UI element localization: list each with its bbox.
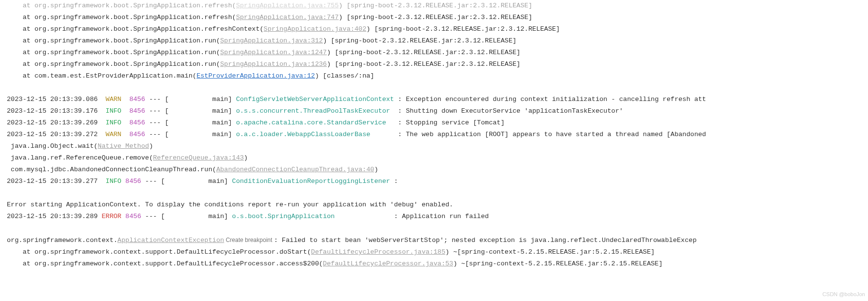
stack-frame: java.lang.Object.wait(Native Method): [7, 140, 868, 152]
log-line: 2023-12-15 20:13:39.289 ERROR 8456 --- […: [7, 211, 868, 222]
log-level: INFO: [106, 107, 121, 115]
stack-frame: at org.springframework.context.support.D…: [7, 258, 868, 270]
pid: 8456: [129, 107, 145, 115]
pid: 8456: [129, 131, 145, 138]
stack-frame: at org.springframework.context.support.D…: [7, 246, 868, 258]
pid: 8456: [125, 213, 141, 220]
pid: 8456: [129, 96, 145, 103]
logger-class: o.s.boot.SpringApplication: [232, 213, 335, 220]
stack-frame: at org.springframework.boot.SpringApplic…: [7, 12, 868, 23]
log-level: WARN: [106, 96, 121, 103]
log-line: 2023-12-15 20:13:39.272 WARN 8456 --- [ …: [7, 129, 868, 140]
error-intro: Error starting ApplicationContext. To di…: [7, 199, 868, 211]
source-link[interactable]: SpringApplication.java:1236: [220, 60, 327, 68]
pid: 8456: [129, 119, 145, 126]
source-link[interactable]: SpringApplication.java:402: [264, 25, 367, 33]
source-link[interactable]: SpringApplication.java:755: [236, 2, 339, 9]
source-link[interactable]: SpringApplication.java:1247: [220, 49, 327, 56]
stack-frame: at org.springframework.boot.SpringApplic…: [7, 47, 868, 59]
source-link[interactable]: ReferenceQueue.java:143: [153, 154, 244, 161]
log-line: 2023-12-15 20:13:39.086 WARN 8456 --- [ …: [7, 94, 868, 105]
log-level: INFO: [106, 119, 121, 126]
logger-class: o.a.c.loader.WebappClassLoaderBase: [236, 131, 370, 138]
source-link[interactable]: AbandonedConnectionCleanupThread.java:40: [216, 166, 374, 173]
log-level: ERROR: [101, 213, 121, 220]
pid: 8456: [125, 178, 141, 185]
logger-class: ConditionEvaluationReportLoggingListener: [232, 178, 390, 185]
source-link[interactable]: SpringApplication.java:312: [220, 37, 323, 44]
logger-class: ConfigServletWebServerApplicationContext: [236, 96, 394, 103]
stack-frame: at org.springframework.boot.SpringApplic…: [7, 0, 868, 12]
stack-frame: at com.team.est.EstProviderApplication.m…: [7, 70, 868, 82]
stack-frame: at org.springframework.boot.SpringApplic…: [7, 59, 868, 70]
logger-class: o.apache.catalina.core.StandardService: [236, 119, 386, 126]
source-link[interactable]: DefaultLifecycleProcessor.java:53: [323, 260, 453, 267]
log-line: 2023-12-15 20:13:39.277 INFO 8456 --- [ …: [7, 176, 868, 187]
create-breakpoint[interactable]: Create breakpoint: [224, 237, 274, 243]
source-link[interactable]: SpringApplication.java:747: [236, 14, 339, 21]
console-log: at org.springframework.boot.SpringApplic…: [0, 0, 868, 270]
source-link[interactable]: Native Method: [98, 142, 149, 150]
stack-frame: at org.springframework.boot.SpringApplic…: [7, 35, 868, 47]
log-level: INFO: [106, 178, 121, 185]
logger-class: o.s.s.concurrent.ThreadPoolTaskExecutor: [236, 107, 390, 115]
stack-frame: com.mysql.jdbc.AbandonedConnectionCleanu…: [7, 164, 868, 176]
source-link[interactable]: EstProviderApplication.java:12: [197, 72, 315, 80]
stack-frame: java.lang.ref.ReferenceQueue.remove(Refe…: [7, 152, 868, 164]
log-level: WARN: [106, 131, 121, 138]
source-link[interactable]: DefaultLifecycleProcessor.java:185: [311, 248, 445, 256]
log-line: 2023-12-15 20:13:39.176 INFO 8456 --- [ …: [7, 105, 868, 117]
log-line: 2023-12-15 20:13:39.269 INFO 8456 --- [ …: [7, 117, 868, 129]
exception-class-link[interactable]: ApplicationContextException: [118, 237, 224, 244]
stack-frame: at org.springframework.boot.SpringApplic…: [7, 23, 868, 35]
exception-line: org.springframework.context.ApplicationC…: [7, 234, 868, 246]
